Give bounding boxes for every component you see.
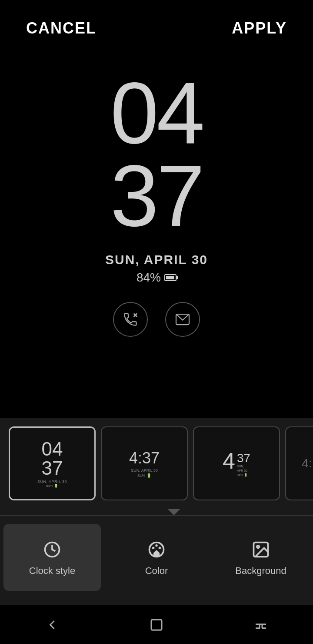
recents-icon [253,617,269,633]
palette-icon [145,538,168,561]
thumb3-sub: SUN,APR 3084% 🔋 [237,464,250,477]
clock-minute: 37 [110,152,203,239]
clock-battery: 84% [137,271,176,285]
clock-date: SUN, APRIL 30 [105,252,208,267]
svg-point-7 [159,547,161,550]
clock-style-carousel: 04 37 SUN, APRIL 30 84% 🔋 4:37 SUN, APRI… [0,418,313,509]
tab-bar: Clock style Color [0,516,313,594]
clock-hour: 04 [110,70,203,157]
email-svg [175,312,190,327]
image-icon [250,538,272,561]
clock-style-thumb-2[interactable]: 4:37 SUN, APRIL 30 84% 🔋 [101,426,188,500]
carousel-indicator [0,509,313,516]
nav-home-button[interactable] [143,612,170,638]
thumb2-battery: 84% 🔋 [137,473,151,478]
clock-style-thumb-4[interactable]: 4: [285,426,313,500]
clock-style-thumb-1[interactable]: 04 37 SUN, APRIL 30 84% 🔋 [9,426,96,500]
cancel-button[interactable]: CANCEL [26,19,97,37]
svg-point-5 [152,547,155,550]
thumb3-minute: 37 [237,452,250,464]
svg-rect-10 [151,620,162,630]
svg-point-9 [257,546,260,548]
tab-color-label: Color [145,565,168,577]
thumb1-battery: 84% 🔋 [46,484,58,488]
thumb3-hour: 4 [223,449,235,472]
svg-point-6 [155,544,158,547]
tab-clock-style[interactable]: Clock style [3,524,101,591]
nav-back-button[interactable] [39,612,65,638]
tab-clock-style-label: Clock style [29,565,75,577]
home-square-icon [149,617,164,633]
thumb1-minute: 37 [42,459,63,478]
thumb2-time: 4:37 [129,449,160,467]
email-icon[interactable] [165,302,200,337]
tab-background[interactable]: Background [212,524,310,591]
missed-call-icon[interactable] [113,302,148,337]
battery-icon [164,274,176,281]
phone-missed-svg [123,312,138,327]
top-bar: CANCEL APPLY [0,0,313,57]
thumb1-date: SUN, APRIL 30 [37,480,67,484]
image-svg [251,540,270,559]
clock-time: 04 37 [110,70,203,239]
apply-button[interactable]: APPLY [232,19,287,37]
indicator-arrow [168,509,180,515]
battery-percent: 84% [137,271,161,285]
palette-svg [147,540,166,559]
bottom-panel: 04 37 SUN, APRIL 30 84% 🔋 4:37 SUN, APRI… [0,418,313,644]
nav-recents-button[interactable] [248,612,274,638]
nav-bar [0,605,313,644]
thumb1-hour: 04 [42,439,63,459]
back-arrow-icon [44,617,60,633]
thumb3-right: 37 SUN,APR 3084% 🔋 [237,452,250,477]
clock-style-thumb-3[interactable]: 4 37 SUN,APR 3084% 🔋 [193,426,280,500]
clock-preview: 04 37 SUN, APRIL 30 84% [0,70,313,337]
notification-icons [113,302,200,337]
clock-icon [41,538,63,561]
tab-background-label: Background [235,565,286,577]
thumb2-date: SUN, APRIL 30 [131,468,158,473]
thumb3-time: 4 37 SUN,APR 3084% 🔋 [223,449,250,477]
tab-color[interactable]: Color [108,524,205,591]
clock-svg [43,540,62,559]
thumb4-partial: 4: [302,456,312,470]
